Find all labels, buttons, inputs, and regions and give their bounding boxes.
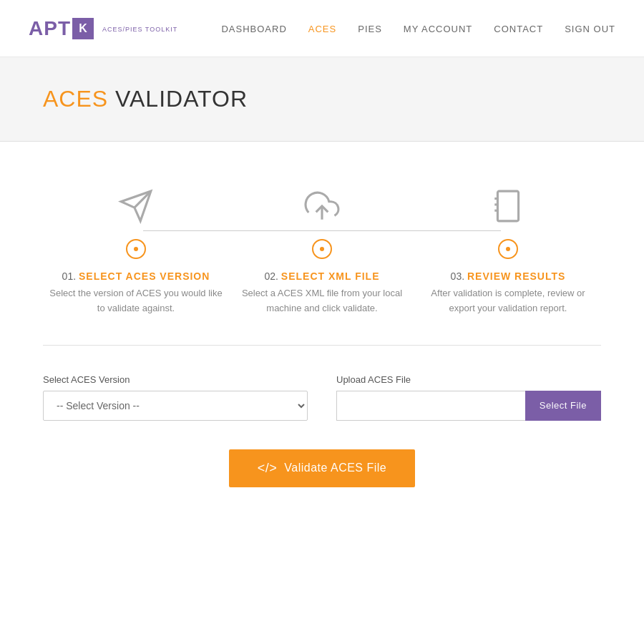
step-1-label: SELECT ACES VERSION xyxy=(79,270,210,282)
nav-links: DASHBOARD ACES PIES MY ACCOUNT CONTACT S… xyxy=(221,22,615,35)
file-input-group: Select File xyxy=(336,391,601,421)
step-2-label: SELECT XML FILE xyxy=(281,270,380,282)
step-1-number: 01. SELECT ACES VERSION xyxy=(62,270,210,282)
validate-button[interactable]: </> Validate ACES File xyxy=(229,449,416,487)
step-2-circle xyxy=(312,239,332,259)
logo-subtitle: ACES/PIES TOOLKIT xyxy=(102,26,177,33)
step-1-desc: Select the version of ACES you would lik… xyxy=(47,286,225,316)
validate-btn-container: </> Validate ACES File xyxy=(43,442,601,516)
logo-apt-text: APT xyxy=(29,17,71,40)
step-1: 01. SELECT ACES VERSION Select the versi… xyxy=(47,185,225,316)
step-3-circle xyxy=(498,239,518,259)
step-2-dot xyxy=(320,247,324,251)
file-input[interactable] xyxy=(336,391,525,421)
cloud-upload-icon xyxy=(301,185,343,228)
step-2: 02. SELECT XML FILE Select a ACES XML fi… xyxy=(233,185,411,316)
nav-sign-out[interactable]: SIGN OUT xyxy=(565,24,615,34)
form-row: Select ACES Version -- Select Version --… xyxy=(43,374,601,421)
step-2-num-text: 02. xyxy=(265,270,281,282)
step-1-num-text: 01. xyxy=(62,270,79,282)
page-title-rest: VALIDATOR xyxy=(108,86,248,112)
logo-icon: APTK xyxy=(29,17,94,40)
validate-btn-label: Validate ACES File xyxy=(284,462,386,474)
step-3-desc: After validation is complete, review or … xyxy=(419,286,597,316)
file-label: Upload ACES File xyxy=(336,374,601,385)
steps-section: 01. SELECT ACES VERSION Select the versi… xyxy=(0,142,644,345)
step-3-num-text: 03. xyxy=(451,270,467,282)
nav-my-account[interactable]: MY ACCOUNT xyxy=(404,24,472,34)
send-icon xyxy=(114,185,157,228)
nav-dashboard[interactable]: DASHBOARD xyxy=(221,24,286,34)
code-icon: </> xyxy=(258,461,278,476)
file-form-group: Upload ACES File Select File xyxy=(336,374,601,421)
logo: APTK ACES/PIES TOOLKIT xyxy=(29,17,177,40)
nav-pies[interactable]: PIES xyxy=(358,24,382,34)
navbar: APTK ACES/PIES TOOLKIT DASHBOARD ACES PI… xyxy=(0,0,644,57)
page-title-accent: ACES xyxy=(43,86,108,112)
nav-contact[interactable]: CONTACT xyxy=(494,24,543,34)
notebook-icon xyxy=(487,185,530,228)
version-select[interactable]: -- Select Version -- xyxy=(43,391,308,421)
steps-container: 01. SELECT ACES VERSION Select the versi… xyxy=(43,185,601,316)
step-1-dot xyxy=(134,247,138,251)
step-3-dot xyxy=(506,247,510,251)
version-label: Select ACES Version xyxy=(43,374,308,385)
page-header: ACES VALIDATOR xyxy=(0,57,644,142)
select-file-button[interactable]: Select File xyxy=(525,391,601,421)
step-1-circle xyxy=(126,239,146,259)
logo-k-box: K xyxy=(72,18,94,39)
version-form-group: Select ACES Version -- Select Version -- xyxy=(43,374,308,421)
svg-rect-3 xyxy=(497,191,518,221)
form-section: Select ACES Version -- Select Version --… xyxy=(0,346,644,545)
step-2-number: 02. SELECT XML FILE xyxy=(265,270,380,282)
step-2-desc: Select a ACES XML file from your local m… xyxy=(233,286,411,316)
nav-aces[interactable]: ACES xyxy=(308,24,336,34)
page-title: ACES VALIDATOR xyxy=(43,86,601,112)
step-3-label: REVIEW RESULTS xyxy=(467,270,565,282)
step-3-number: 03. REVIEW RESULTS xyxy=(451,270,566,282)
step-3: 03. REVIEW RESULTS After validation is c… xyxy=(419,185,597,316)
